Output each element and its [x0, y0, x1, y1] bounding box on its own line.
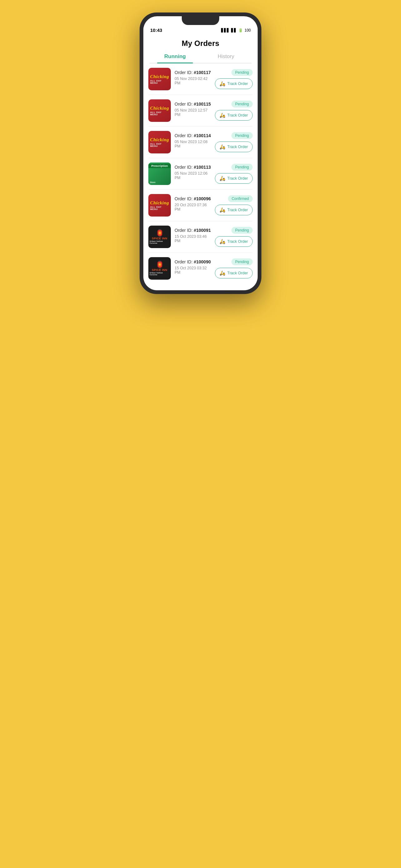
track-icon: 🛵	[220, 239, 226, 244]
order-id-line: Order ID: #100091	[175, 228, 211, 233]
signal-icon: ▋▋▋	[221, 28, 230, 32]
status-time: 10:43	[150, 28, 162, 33]
restaurant-logo-spiceinn: 🏮 SPICE INN Urban Indian Cuisine	[148, 226, 171, 248]
status-badge: Pending	[231, 101, 253, 107]
order-date: 05 Nov 2023 02:42 PM	[175, 76, 211, 85]
order-info: Order ID: #100090 15 Oct 2023 03:32 PM	[175, 259, 211, 278]
order-actions: Pending 🛵 Track Order	[215, 227, 253, 247]
order-info: Order ID: #100113 05 Nov 2023 12:06 PM	[175, 165, 211, 183]
track-icon: 🛵	[220, 113, 226, 118]
status-badge: Pending	[231, 69, 253, 76]
track-icon: 🛵	[220, 270, 226, 276]
status-icons: ▋▋▋ ▋▋ 🔋 100	[221, 28, 251, 32]
order-actions: Pending 🛵 Track Order	[215, 164, 253, 184]
order-date: 15 Oct 2023 03:46 PM	[175, 234, 211, 243]
restaurant-logo-chicking: Chicking ALL DAY MENU	[148, 68, 171, 90]
order-id-value: #100091	[194, 228, 211, 233]
order-id-line: Order ID: #100114	[175, 133, 211, 138]
order-date: 20 Oct 2023 07:36 PM	[175, 203, 211, 212]
status-bar: 10:43 ▋▋▋ ▋▋ 🔋 100	[143, 25, 258, 34]
order-item: Chicking ALL DAY MENU Order ID: #100096 …	[148, 190, 253, 221]
track-icon: 🛵	[220, 144, 226, 150]
track-order-button[interactable]: 🛵 Track Order	[215, 110, 253, 121]
order-id-value: #100090	[194, 259, 211, 264]
restaurant-logo-chicking: Chicking ALL DAY MENU	[148, 194, 171, 217]
battery-level: 100	[244, 28, 251, 32]
orders-list: Chicking ALL DAY MENU Order ID: #100117 …	[143, 63, 258, 284]
order-actions: Pending 🛵 Track Order	[215, 258, 253, 278]
order-id-value: #100114	[194, 133, 211, 138]
page-header: My Orders	[143, 34, 258, 48]
order-actions: Pending 🛵 Track Order	[215, 101, 253, 121]
status-badge: Pending	[231, 258, 253, 265]
phone-screen: 10:43 ▋▋▋ ▋▋ 🔋 100 My Orders Running His…	[143, 16, 258, 290]
track-icon: 🛵	[220, 81, 226, 87]
bottom-space	[143, 284, 258, 290]
order-item: Chicking ALL DAY MENU Order ID: #100115 …	[148, 95, 253, 127]
order-id-value: #100117	[194, 70, 211, 75]
order-info: Order ID: #100091 15 Oct 2023 03:46 PM	[175, 228, 211, 246]
order-item: Prescription Store Order ID: #100113 05 …	[148, 158, 253, 190]
tabs-container: Running History	[149, 54, 252, 63]
track-label: Track Order	[227, 176, 248, 181]
track-label: Track Order	[227, 82, 248, 86]
track-order-button[interactable]: 🛵 Track Order	[215, 142, 253, 152]
order-id-line: Order ID: #100113	[175, 165, 211, 170]
order-date: 05 Nov 2023 12:08 PM	[175, 140, 211, 148]
order-id-line: Order ID: #100090	[175, 259, 211, 264]
battery-icon: 🔋	[238, 28, 243, 32]
tab-history[interactable]: History	[201, 54, 252, 63]
track-icon: 🛵	[220, 176, 226, 181]
track-order-button[interactable]: 🛵 Track Order	[215, 236, 253, 247]
order-info: Order ID: #100096 20 Oct 2023 07:36 PM	[175, 196, 211, 215]
restaurant-logo-spiceinn: 🏮 SPICE INN Urban Indian Cuisine	[148, 257, 171, 280]
order-actions: Confirmed 🛵 Track Order	[215, 195, 253, 215]
phone-frame: 10:43 ▋▋▋ ▋▋ 🔋 100 My Orders Running His…	[140, 12, 261, 294]
track-label: Track Order	[227, 145, 248, 149]
restaurant-logo-chicking: Chicking ALL DAY MENU	[148, 99, 171, 122]
status-badge: Pending	[231, 132, 253, 139]
track-order-button[interactable]: 🛵 Track Order	[215, 268, 253, 278]
status-badge: Pending	[231, 164, 253, 170]
status-badge: Pending	[231, 227, 253, 234]
order-id-value: #100113	[194, 165, 211, 170]
order-id-value: #100115	[194, 101, 211, 106]
order-info: Order ID: #100115 05 Nov 2023 12:57 PM	[175, 101, 211, 120]
order-item: Chicking ALL DAY MENU Order ID: #100117 …	[148, 63, 253, 95]
track-label: Track Order	[227, 113, 248, 118]
track-icon: 🛵	[220, 207, 226, 213]
order-item: 🏮 SPICE INN Urban Indian Cuisine Order I…	[148, 221, 253, 253]
order-actions: Pending 🛵 Track Order	[215, 132, 253, 152]
order-info: Order ID: #100114 05 Nov 2023 12:08 PM	[175, 133, 211, 152]
spiceinn-icon: 🏮	[156, 230, 164, 237]
track-label: Track Order	[227, 208, 248, 212]
order-info: Order ID: #100117 05 Nov 2023 02:42 PM	[175, 70, 211, 88]
spiceinn-icon: 🏮	[156, 261, 164, 268]
status-badge: Confirmed	[228, 195, 253, 202]
order-item: Chicking ALL DAY MENU Order ID: #100114 …	[148, 127, 253, 158]
order-date: 15 Oct 2023 03:32 PM	[175, 266, 211, 275]
order-date: 05 Nov 2023 12:57 PM	[175, 108, 211, 117]
tab-running[interactable]: Running	[149, 54, 201, 63]
track-order-button[interactable]: 🛵 Track Order	[215, 79, 253, 89]
restaurant-logo-prescription: Prescription Store	[148, 162, 171, 185]
phone-notch	[182, 16, 219, 25]
order-date: 05 Nov 2023 12:06 PM	[175, 171, 211, 180]
page-title: My Orders	[149, 39, 252, 48]
order-id-value: #100096	[194, 196, 211, 201]
order-id-line: Order ID: #100115	[175, 101, 211, 106]
track-label: Track Order	[227, 271, 248, 275]
order-id-line: Order ID: #100117	[175, 70, 211, 75]
track-label: Track Order	[227, 239, 248, 244]
order-item: 🏮 SPICE INN Urban Indian Cuisine Order I…	[148, 253, 253, 284]
track-order-button[interactable]: 🛵 Track Order	[215, 173, 253, 184]
wifi-icon: ▋▋	[231, 28, 237, 32]
restaurant-logo-chicking: Chicking ALL DAY MENU	[148, 131, 171, 153]
order-actions: Pending 🛵 Track Order	[215, 69, 253, 89]
track-order-button[interactable]: 🛵 Track Order	[215, 205, 253, 215]
order-id-line: Order ID: #100096	[175, 196, 211, 201]
